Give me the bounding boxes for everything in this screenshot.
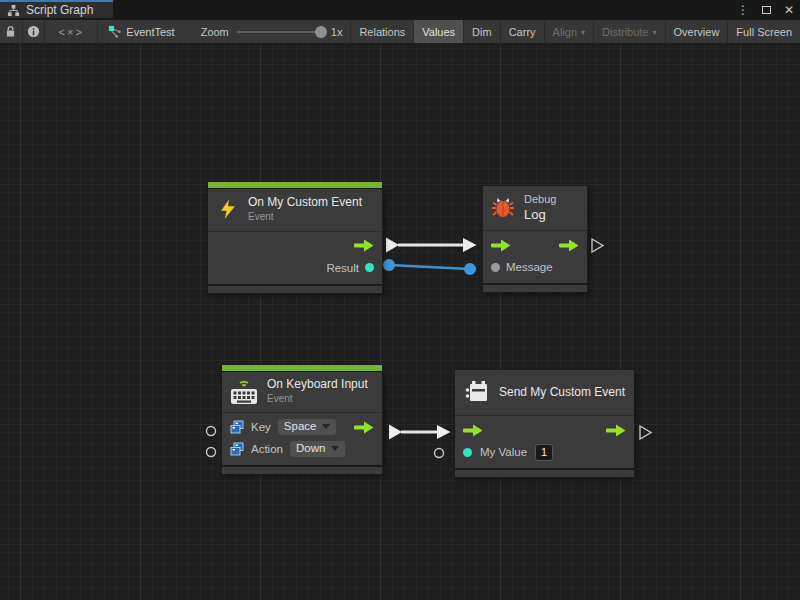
node-on-my-custom-event[interactable]: On My Custom Event Event Result [208, 182, 382, 293]
bug-icon [491, 195, 515, 221]
values-button[interactable]: Values [413, 20, 463, 43]
node-on-keyboard-input[interactable]: On Keyboard Input Event Key Space [222, 365, 382, 474]
code-icon: <×> [59, 26, 84, 38]
value-input-port[interactable] [491, 263, 500, 272]
align-dropdown-button[interactable]: Align ▾ [544, 20, 593, 43]
node-header[interactable]: On My Custom Event Event [208, 188, 382, 231]
zoom-slider-knob[interactable] [315, 26, 327, 38]
overview-button[interactable]: Overview [665, 20, 728, 43]
chevron-down-icon [331, 446, 339, 451]
zoom-label: Zoom [201, 26, 229, 38]
breadcrumb[interactable]: EventTest [98, 20, 186, 43]
control-output-port[interactable] [354, 239, 374, 252]
node-accent-strip [208, 182, 382, 188]
window-maximize-icon[interactable] [762, 6, 771, 14]
fullscreen-button[interactable]: Full Screen [727, 20, 800, 43]
node-title: On My Custom Event [248, 195, 362, 210]
node-subtitle: Event [267, 393, 368, 406]
lock-icon [5, 25, 16, 38]
control-input-port[interactable] [463, 424, 483, 437]
graph-node-icon [108, 25, 121, 38]
control-output-port[interactable] [559, 239, 579, 252]
toolbar-right-buttons: Relations Values Dim Carry Align ▾ Distr… [350, 20, 800, 43]
node-footer [455, 470, 634, 477]
chevron-down-icon: ▾ [653, 28, 657, 37]
node-footer [483, 285, 587, 292]
distribute-dropdown-button[interactable]: Distribute ▾ [593, 20, 664, 43]
control-output-port[interactable] [354, 421, 374, 434]
node-accent-strip [222, 365, 382, 371]
key-dropdown[interactable]: Space [278, 419, 337, 436]
value-input-port[interactable] [463, 448, 472, 457]
carry-button[interactable]: Carry [500, 20, 544, 43]
control-input-port[interactable] [491, 239, 511, 252]
machine-icon [464, 380, 490, 404]
chevron-down-icon: ▾ [581, 28, 585, 37]
info-button[interactable] [23, 20, 46, 43]
lock-button[interactable] [0, 20, 23, 43]
key-dropdown-value: Space [284, 421, 317, 433]
enum-icon [230, 420, 244, 434]
relations-button[interactable]: Relations [350, 20, 413, 43]
tab-bar: Script Graph ⋮ ✕ [0, 0, 800, 20]
node-header[interactable]: On Keyboard Input Event [222, 371, 382, 412]
window-menu-icon[interactable]: ⋮ [737, 0, 749, 20]
node-header[interactable]: Send My Custom Event [455, 370, 634, 415]
lightning-icon [217, 198, 239, 220]
zoom-slider[interactable] [237, 31, 323, 33]
unity-visual-scripting-window: Script Graph ⋮ ✕ <×> EventTest Zoom 1x [0, 0, 800, 600]
zoom-value: 1x [331, 26, 343, 38]
node-title: Log [524, 207, 556, 223]
tab-script-graph[interactable]: Script Graph [0, 0, 113, 18]
action-dropdown[interactable]: Down [290, 441, 345, 458]
port-label-action: Action [251, 443, 283, 455]
tab-label: Script Graph [26, 3, 93, 17]
info-icon [27, 25, 40, 38]
window-close-icon[interactable]: ✕ [784, 0, 794, 20]
distribute-label: Distribute [602, 26, 648, 38]
action-dropdown-value: Down [296, 443, 325, 455]
chevron-down-icon [322, 424, 330, 429]
node-footer [222, 467, 382, 474]
graph-toolbar: <×> EventTest Zoom 1x Relations Values D… [0, 20, 800, 44]
value-output-port[interactable] [365, 263, 374, 272]
node-subtitle: Event [248, 211, 362, 224]
my-value-input[interactable]: 1 [535, 444, 553, 461]
port-label-my-value: My Value [480, 446, 527, 458]
zoom-control: Zoom 1x [187, 20, 351, 43]
graph-tree-icon [7, 4, 20, 17]
code-preview-button[interactable]: <×> [45, 20, 98, 43]
node-send-my-custom-event[interactable]: Send My Custom Event My Value 1 [455, 370, 634, 477]
node-category: Debug [524, 193, 556, 207]
align-label: Align [553, 26, 577, 38]
port-label-message: Message [506, 261, 553, 273]
node-debug-log[interactable]: Debug Log Message [483, 186, 587, 292]
breadcrumb-label: EventTest [126, 26, 174, 38]
enum-icon [230, 442, 244, 456]
dim-button[interactable]: Dim [463, 20, 500, 43]
port-label-key: Key [251, 421, 271, 433]
node-header[interactable]: Debug Log [483, 186, 587, 230]
window-controls: ⋮ ✕ [737, 0, 794, 20]
port-label-result: Result [326, 262, 359, 274]
control-output-port[interactable] [606, 424, 626, 437]
node-title: On Keyboard Input [267, 377, 368, 392]
keyboard-icon [230, 376, 258, 406]
graph-canvas[interactable] [0, 44, 800, 600]
node-footer [208, 286, 382, 293]
node-title: Send My Custom Event [499, 385, 625, 400]
